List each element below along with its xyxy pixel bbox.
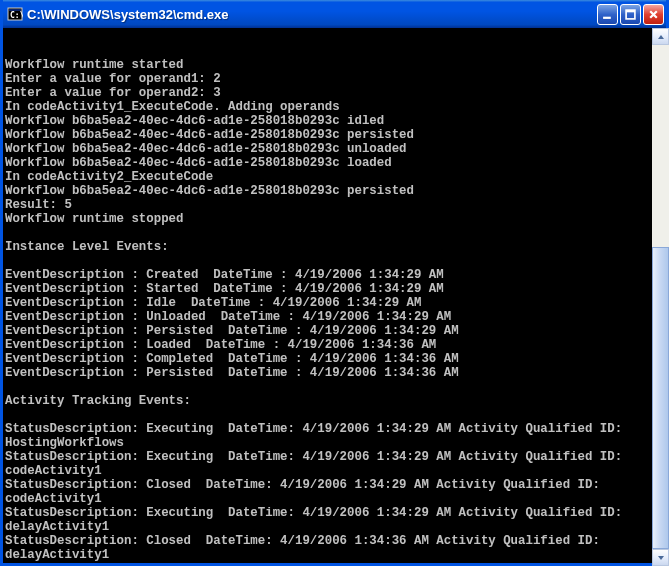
scroll-track[interactable]	[652, 45, 669, 549]
scroll-thumb[interactable]	[652, 247, 669, 549]
console-window: C:\ C:\WINDOWS\system32\cmd.exe Workflow…	[0, 0, 669, 566]
window-controls	[597, 4, 664, 25]
close-button[interactable]	[643, 4, 664, 25]
svg-text:C:\: C:\	[10, 11, 23, 20]
svg-rect-5	[626, 10, 635, 12]
window-title: C:\WINDOWS\system32\cmd.exe	[27, 7, 597, 22]
maximize-button[interactable]	[620, 4, 641, 25]
scroll-up-button[interactable]	[652, 28, 669, 45]
svg-rect-3	[603, 16, 611, 18]
titlebar[interactable]: C:\ C:\WINDOWS\system32\cmd.exe	[3, 0, 666, 28]
scroll-down-button[interactable]	[652, 549, 669, 566]
vertical-scrollbar[interactable]	[652, 28, 669, 566]
terminal-output[interactable]: Workflow runtime started Enter a value f…	[3, 28, 666, 563]
minimize-button[interactable]	[597, 4, 618, 25]
console-icon: C:\	[7, 6, 23, 22]
